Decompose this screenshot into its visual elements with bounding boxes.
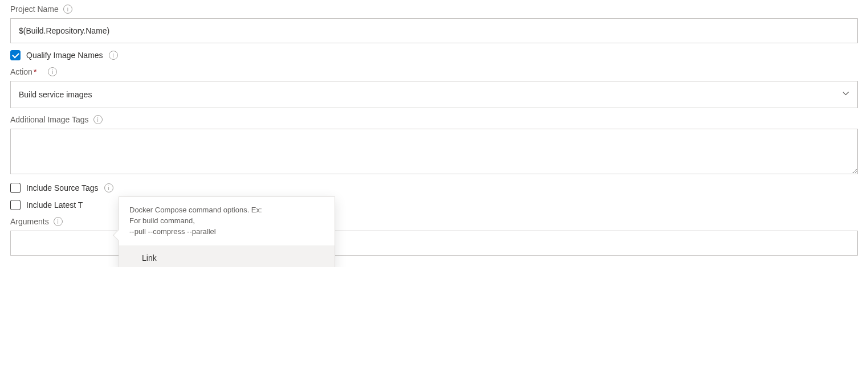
- action-label-row: Action* i: [10, 67, 858, 76]
- arguments-tooltip: Docker Compose command options. Ex: For …: [119, 196, 335, 267]
- info-icon[interactable]: i: [63, 5, 72, 14]
- qualify-image-names-label: Qualify Image Names: [26, 51, 103, 60]
- project-name-field: Project Name i: [10, 5, 858, 43]
- tooltip-line3: --pull --compress --parallel: [129, 227, 324, 237]
- action-select-value: Build service images: [19, 90, 92, 99]
- tooltip-link[interactable]: Link: [142, 253, 157, 263]
- qualify-image-names-checkbox[interactable]: [10, 50, 21, 60]
- tooltip-line2: For build command,: [129, 216, 324, 227]
- action-field: Action* i Build service images: [10, 67, 858, 108]
- include-source-tags-label: Include Source Tags: [26, 183, 99, 192]
- arguments-label: Arguments: [10, 217, 49, 226]
- info-icon[interactable]: i: [104, 183, 113, 192]
- info-icon[interactable]: i: [93, 115, 103, 124]
- additional-image-tags-input[interactable]: [10, 129, 858, 174]
- additional-image-tags-label-row: Additional Image Tags i: [10, 115, 858, 124]
- project-name-label-row: Project Name i: [10, 5, 858, 14]
- arguments-field: Arguments i Docker Compose command optio…: [10, 217, 858, 256]
- additional-image-tags-label: Additional Image Tags: [10, 115, 89, 124]
- action-label: Action*: [10, 67, 36, 76]
- additional-image-tags-field: Additional Image Tags i: [10, 115, 858, 176]
- tooltip-line1: Docker Compose command options. Ex:: [129, 205, 324, 216]
- info-icon[interactable]: i: [48, 67, 57, 76]
- info-icon[interactable]: i: [109, 51, 118, 60]
- tooltip-body: Docker Compose command options. Ex: For …: [119, 197, 335, 245]
- project-name-label: Project Name: [10, 5, 59, 14]
- include-source-tags-row: Include Source Tags i: [10, 183, 858, 193]
- tooltip-footer: Link: [119, 245, 335, 267]
- info-icon[interactable]: i: [54, 217, 63, 226]
- include-latest-tag-label: Include Latest T: [26, 200, 83, 210]
- action-select[interactable]: Build service images: [10, 81, 858, 108]
- action-select-wrapper: Build service images: [10, 81, 858, 108]
- project-name-input[interactable]: [10, 18, 858, 43]
- required-asterisk: *: [34, 67, 36, 76]
- include-source-tags-checkbox[interactable]: [10, 183, 21, 193]
- qualify-image-names-row: Qualify Image Names i: [10, 50, 858, 60]
- include-latest-tag-checkbox[interactable]: [10, 200, 21, 210]
